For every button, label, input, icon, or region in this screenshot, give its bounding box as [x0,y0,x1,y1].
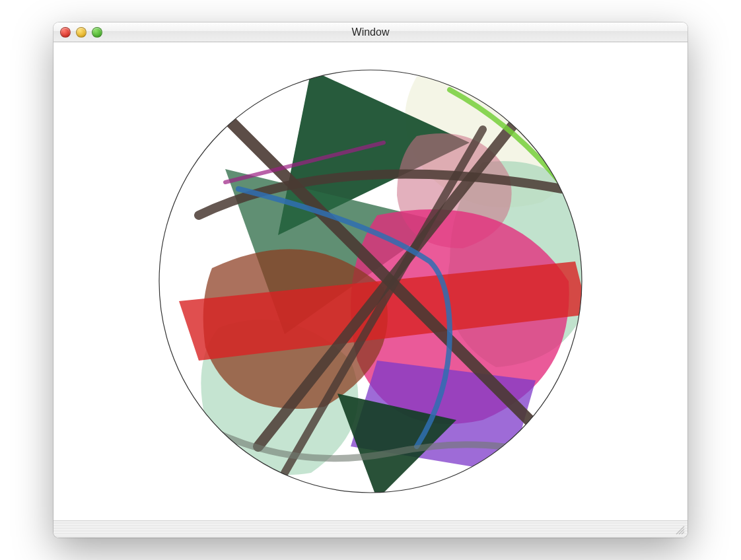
svg-line-3 [682,532,684,534]
resize-grip-icon[interactable] [674,524,685,535]
close-button[interactable] [60,27,71,38]
zoom-button[interactable] [92,27,102,38]
minimize-button[interactable] [76,27,87,38]
app-window: Window [53,22,688,538]
svg-line-2 [679,529,684,534]
traffic-lights [60,27,102,38]
titlebar[interactable]: Window [53,22,688,42]
content-area [53,42,688,520]
drawing-canvas [139,50,602,512]
window-title: Window [352,26,390,38]
status-bar [53,520,688,538]
